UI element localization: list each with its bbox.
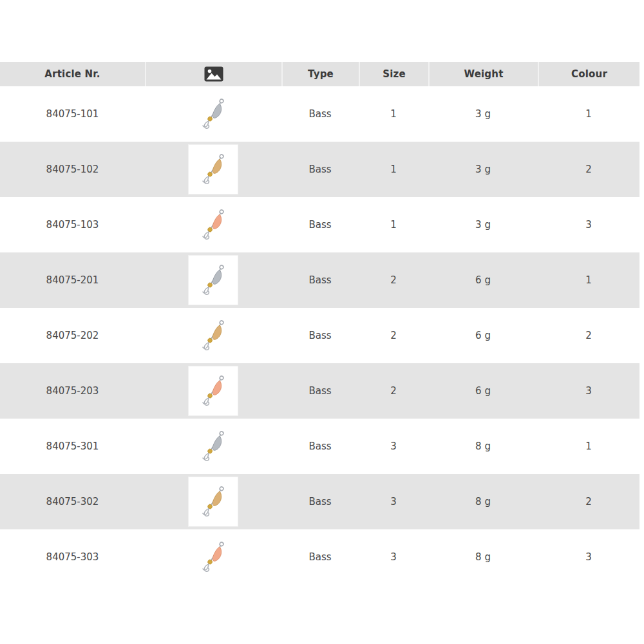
column-header-size: Size [359, 62, 428, 86]
product-image [189, 366, 238, 415]
size-value: 2 [359, 363, 428, 419]
product-image-cell [145, 419, 281, 474]
product-image-cell [145, 197, 281, 252]
product-image [189, 311, 238, 360]
spinner-lure-icon [196, 93, 230, 135]
type-value: Bass [281, 529, 359, 585]
size-value: 2 [359, 252, 428, 308]
type-value: Bass [281, 474, 359, 529]
product-image [189, 200, 238, 249]
size-value: 3 [359, 419, 428, 474]
article-nr-value: 84075-203 [0, 363, 145, 419]
table-row: 84075-103 Bass 1 3 g 3 [0, 197, 639, 252]
product-image [189, 477, 238, 526]
product-image-cell [145, 308, 281, 363]
table-row: 84075-101 Bass 1 3 g 1 [0, 86, 639, 142]
table-row: 84075-303 Bass 3 8 g 3 [0, 529, 639, 585]
article-nr-value: 84075-301 [0, 419, 145, 474]
product-image [189, 145, 238, 194]
spinner-lure-icon [196, 149, 230, 190]
article-nr-value: 84075-102 [0, 142, 145, 197]
weight-value: 6 g [428, 363, 538, 419]
spinner-lure-icon [196, 315, 230, 356]
weight-value: 6 g [428, 308, 538, 363]
table-header-row: Article Nr. Type Size Weight Colour [0, 62, 639, 86]
type-value: Bass [281, 419, 359, 474]
article-nr-value: 84075-103 [0, 197, 145, 252]
colour-value: 2 [538, 308, 639, 363]
product-image-cell [145, 142, 281, 197]
table-body: 84075-101 Bass 1 3 g 1 84075-10 [0, 86, 639, 585]
product-image-cell [145, 474, 281, 529]
weight-value: 8 g [428, 474, 538, 529]
table-row: 84075-203 Bass 2 6 g 3 [0, 363, 639, 419]
colour-value: 3 [538, 197, 639, 252]
size-value: 2 [359, 308, 428, 363]
article-nr-value: 84075-303 [0, 529, 145, 585]
colour-value: 1 [538, 86, 639, 142]
type-value: Bass [281, 86, 359, 142]
spinner-lure-icon [196, 204, 230, 245]
spinner-lure-icon [196, 370, 230, 412]
colour-value: 2 [538, 474, 639, 529]
size-value: 1 [359, 86, 428, 142]
table-row: 84075-202 Bass 2 6 g 2 [0, 308, 639, 363]
weight-value: 8 g [428, 419, 538, 474]
colour-value: 3 [538, 363, 639, 419]
type-value: Bass [281, 363, 359, 419]
weight-value: 3 g [428, 142, 538, 197]
spinner-lure-icon [196, 426, 230, 467]
product-image-cell [145, 252, 281, 308]
article-nr-value: 84075-302 [0, 474, 145, 529]
table-row: 84075-302 Bass 3 8 g 2 [0, 474, 639, 529]
article-nr-value: 84075-201 [0, 252, 145, 308]
spinner-lure-icon [196, 481, 230, 522]
product-image-cell [145, 529, 281, 585]
weight-value: 6 g [428, 252, 538, 308]
size-value: 3 [359, 474, 428, 529]
spinner-lure-icon [196, 260, 230, 301]
image-icon [204, 66, 223, 82]
type-value: Bass [281, 252, 359, 308]
table-row: 84075-201 Bass 2 6 g 1 [0, 252, 639, 308]
product-image [189, 90, 238, 138]
colour-value: 1 [538, 252, 639, 308]
type-value: Bass [281, 308, 359, 363]
weight-value: 3 g [428, 86, 538, 142]
type-value: Bass [281, 197, 359, 252]
weight-value: 3 g [428, 197, 538, 252]
size-value: 3 [359, 529, 428, 585]
product-image [189, 256, 238, 305]
colour-value: 3 [538, 529, 639, 585]
size-value: 1 [359, 142, 428, 197]
weight-value: 8 g [428, 529, 538, 585]
product-image-cell [145, 363, 281, 419]
colour-value: 2 [538, 142, 639, 197]
article-nr-value: 84075-202 [0, 308, 145, 363]
column-header-type: Type [281, 62, 359, 86]
article-nr-value: 84075-101 [0, 86, 145, 142]
spinner-lure-icon [196, 536, 230, 578]
colour-value: 1 [538, 419, 639, 474]
column-header-colour: Colour [538, 62, 639, 86]
product-image [189, 422, 238, 471]
product-image-cell [145, 86, 281, 142]
table-row: 84075-102 Bass 1 3 g 2 [0, 142, 639, 197]
table-row: 84075-301 Bass 3 8 g 1 [0, 419, 639, 474]
column-header-weight: Weight [428, 62, 538, 86]
product-image [189, 533, 238, 582]
product-spec-table: Article Nr. Type Size Weight Colour 8407… [0, 62, 639, 585]
column-header-image [145, 62, 281, 86]
type-value: Bass [281, 142, 359, 197]
size-value: 1 [359, 197, 428, 252]
column-header-article-nr: Article Nr. [0, 62, 145, 86]
